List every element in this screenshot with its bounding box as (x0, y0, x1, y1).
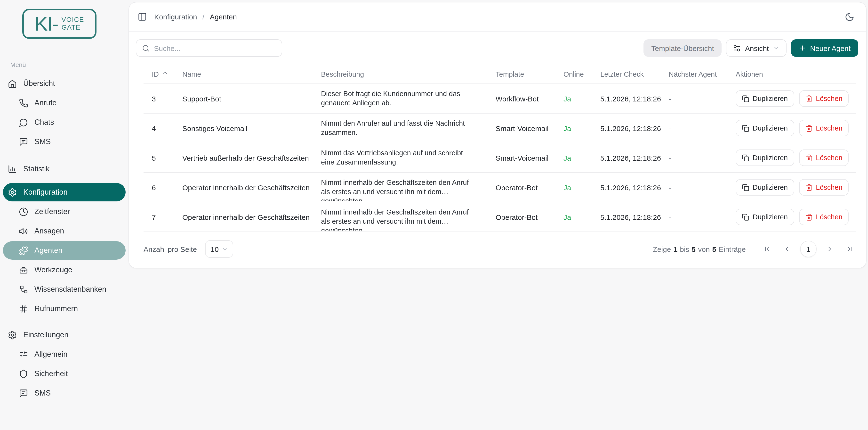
cell-online-status: Ja (563, 124, 600, 132)
delete-button[interactable]: Löschen (799, 209, 849, 225)
table-row: 7 Operator innerhalb der Geschäftszeiten… (144, 202, 856, 232)
column-header-name[interactable]: Name (182, 70, 321, 78)
delete-button[interactable]: Löschen (799, 90, 849, 107)
sidebar-item-anrufe[interactable]: Anrufe (3, 94, 126, 112)
sidebar-item-werkzeuge[interactable]: Werkzeuge (3, 261, 126, 279)
current-page-indicator[interactable]: 1 (800, 241, 816, 257)
sidebar-item-rufnummern[interactable]: Rufnummern (3, 299, 126, 318)
search-box[interactable] (136, 39, 282, 57)
cell-last-check: 5.1.2026, 12:18:26 (600, 183, 669, 192)
new-agent-button[interactable]: Neuer Agent (790, 39, 858, 57)
delete-button[interactable]: Löschen (799, 179, 849, 196)
duplicate-button[interactable]: Duplizieren (736, 90, 794, 107)
duplicate-button[interactable]: Duplizieren (736, 209, 794, 225)
column-header-description[interactable]: Beschreibung (321, 70, 496, 78)
copy-icon (742, 213, 749, 221)
previous-page-button[interactable] (780, 242, 794, 256)
plus-icon (798, 44, 806, 52)
sidebar-item-allgemein[interactable]: Allgemein (3, 345, 126, 364)
sidebar-item-chats[interactable]: Chats (3, 113, 126, 132)
cell-next-agent: - (669, 153, 736, 162)
duplicate-button[interactable]: Duplizieren (736, 179, 794, 196)
message-square-icon (19, 389, 28, 398)
cell-next-agent: - (669, 213, 736, 221)
pagination: 1 (761, 241, 856, 257)
cell-id: 4 (144, 124, 182, 132)
column-header-last-check[interactable]: Letzter Check (600, 70, 669, 78)
puzzle-icon (19, 246, 28, 255)
breadcrumb-current: Agenten (210, 12, 237, 21)
cell-id: 7 (144, 213, 182, 221)
cell-last-check: 5.1.2026, 12:18:26 (600, 94, 669, 103)
chevron-last-icon (846, 245, 854, 253)
cell-description: Dieser Bot fragt die Kundennummer und da… (321, 85, 496, 112)
sidebar: KI- VOICE GATE Menü Übersicht Anrufe Cha… (0, 0, 128, 430)
column-header-id[interactable]: ID (144, 70, 182, 78)
first-page-button[interactable] (761, 242, 774, 256)
speaker-icon (19, 226, 28, 236)
panel-left-icon (138, 12, 147, 21)
cell-name: Support-Bot (182, 94, 321, 103)
search-input[interactable] (154, 44, 276, 52)
cell-actions: Duplizieren Löschen (736, 209, 856, 225)
next-page-button[interactable] (823, 242, 836, 256)
card-header: Konfiguration / Agenten (129, 2, 866, 32)
delete-button[interactable]: Löschen (799, 149, 849, 166)
sidebar-item-wissensdatenbanken[interactable]: Wissensdatenbanken (3, 280, 126, 298)
table-row: 5 Vertrieb außerhalb der Geschäftszeiten… (144, 143, 856, 173)
column-header-online[interactable]: Online (563, 70, 600, 78)
logo-secondary-text: VOICE GATE (62, 16, 84, 32)
column-header-template[interactable]: Template (496, 70, 563, 78)
cell-name: Vertrieb außerhalb der Geschäftszeiten (182, 153, 321, 162)
toolbox-icon (19, 265, 28, 275)
cell-name: Sonstiges Voicemail (182, 124, 321, 132)
cell-name: Operator innerhalb der Geschäftszeiten (182, 213, 321, 221)
sidebar-item-sms-settings[interactable]: SMS (3, 384, 126, 402)
chevron-first-icon (763, 245, 771, 253)
sidebar-item-zeitfenster[interactable]: Zeitfenster (3, 202, 126, 221)
breadcrumb: Konfiguration / Agenten (154, 12, 237, 21)
cell-online-status: Ja (563, 213, 600, 221)
per-page-label: Anzahl pro Seite (144, 245, 197, 253)
table-body: 3 Support-Bot Dieser Bot fragt die Kunde… (144, 84, 856, 232)
bar-chart-icon (8, 164, 17, 173)
sidebar-item-agenten[interactable]: Agenten (3, 241, 126, 260)
sidebar-item-uebersicht[interactable]: Übersicht (3, 74, 126, 93)
cell-description: Nimmt innerhalb der Geschäftszeiten den … (321, 174, 496, 201)
sidebar-item-konfiguration[interactable]: Konfiguration (3, 183, 126, 201)
sidebar-item-statistik[interactable]: Statistik (3, 160, 126, 178)
main-area: Konfiguration / Agenten Template-Übersic… (128, 0, 868, 430)
cell-next-agent: - (669, 124, 736, 132)
template-overview-button[interactable]: Template-Übersicht (644, 39, 721, 57)
duplicate-button[interactable]: Duplizieren (736, 149, 794, 166)
sort-arrow-up-icon (162, 71, 168, 77)
last-page-button[interactable] (843, 242, 856, 256)
app-logo: KI- VOICE GATE (22, 9, 96, 39)
cell-id: 6 (144, 183, 182, 192)
dark-mode-toggle-button[interactable] (845, 12, 855, 22)
trash-icon (805, 154, 812, 161)
sidebar-item-sicherheit[interactable]: Sicherheit (3, 365, 126, 383)
copy-icon (742, 184, 749, 191)
trash-icon (805, 213, 812, 221)
sidebar-toggle-button[interactable] (138, 12, 147, 21)
column-header-next-agent[interactable]: Nächster Agent (669, 70, 736, 78)
sidebar-item-einstellungen[interactable]: Einstellungen (3, 326, 126, 344)
trash-icon (805, 95, 812, 102)
menu-section-label: Menü (10, 61, 128, 68)
delete-button[interactable]: Löschen (799, 120, 849, 136)
cell-template: Smart-Voicemail (496, 124, 563, 132)
cell-template: Operator-Bot (496, 213, 563, 221)
duplicate-button[interactable]: Duplizieren (736, 120, 794, 136)
trash-icon (805, 124, 812, 132)
shield-icon (19, 369, 28, 378)
cell-next-agent: - (669, 183, 736, 192)
sidebar-item-sms[interactable]: SMS (3, 133, 126, 151)
cell-last-check: 5.1.2026, 12:18:26 (600, 153, 669, 162)
breadcrumb-parent[interactable]: Konfiguration (154, 12, 197, 21)
table-row: 3 Support-Bot Dieser Bot fragt die Kunde… (144, 84, 856, 114)
cell-last-check: 5.1.2026, 12:18:26 (600, 213, 669, 221)
sidebar-item-ansagen[interactable]: Ansagen (3, 222, 126, 240)
view-button[interactable]: Ansicht (726, 39, 786, 57)
per-page-select[interactable]: 10 (205, 240, 233, 258)
